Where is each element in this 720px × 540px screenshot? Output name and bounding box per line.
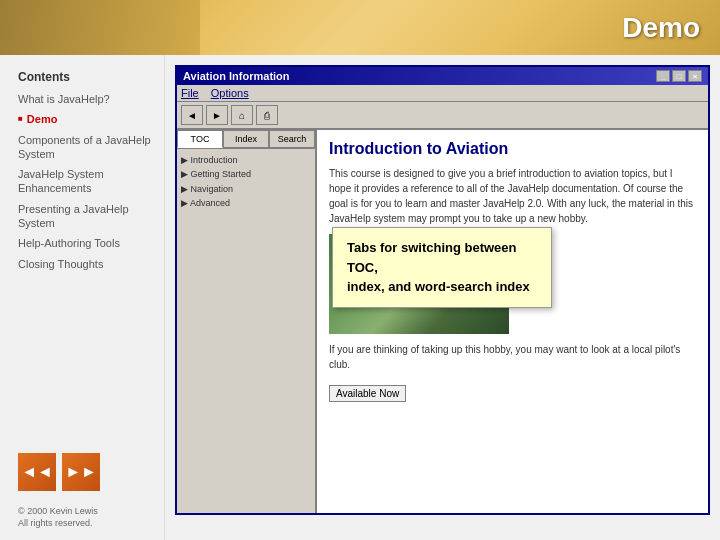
jh-window-title: Aviation Information: [183, 70, 290, 82]
main-layout: Contents What is JavaHelp? Demo Componen…: [0, 55, 720, 540]
toolbar-back-button[interactable]: ◄: [181, 105, 203, 125]
jh-tab-search[interactable]: Search: [269, 130, 315, 148]
copyright: © 2000 Kevin Lewis All rights reserved.: [18, 505, 154, 530]
jh-nav-panel: TOC Index Search ▶ Introduction ▶ Gettin…: [177, 130, 317, 513]
sidebar-item-demo[interactable]: Demo: [18, 112, 154, 126]
menu-options[interactable]: Options: [211, 87, 249, 99]
sidebar-item-closing[interactable]: Closing Thoughts: [18, 257, 154, 271]
header-banner: Demo: [0, 0, 720, 55]
nav-back-button[interactable]: ◄◄: [18, 453, 56, 491]
jh-close-button[interactable]: ×: [688, 70, 702, 82]
tooltip-overlay: Tabs for switching between TOC,index, an…: [332, 227, 552, 308]
nav-forward-button[interactable]: ►►: [62, 453, 100, 491]
jh-maximize-button[interactable]: □: [672, 70, 686, 82]
jh-tab-toc[interactable]: TOC: [177, 130, 223, 148]
toolbar-print-button[interactable]: ⎙: [256, 105, 278, 125]
sidebar-section-title: Contents: [18, 70, 154, 84]
jh-nav-content: ▶ Introduction ▶ Getting Started ▶ Navig…: [177, 149, 315, 513]
jh-content-text-1: This course is designed to give you a br…: [329, 166, 696, 226]
jh-body: TOC Index Search ▶ Introduction ▶ Gettin…: [177, 130, 708, 513]
jh-menubar: File Options: [177, 85, 708, 102]
menu-file[interactable]: File: [181, 87, 199, 99]
jh-minimize-button[interactable]: _: [656, 70, 670, 82]
jh-titlebar: Aviation Information _ □ ×: [177, 67, 708, 85]
sidebar-item-what-is-javahelp[interactable]: What is JavaHelp?: [18, 92, 154, 106]
content-area: Aviation Information _ □ × File Options …: [165, 55, 720, 540]
jh-content-panel: Introduction to Aviation This course is …: [317, 130, 708, 513]
javahelp-window: Aviation Information _ □ × File Options …: [175, 65, 710, 515]
jh-content-title: Introduction to Aviation: [329, 140, 696, 158]
sidebar-item-presenting[interactable]: Presenting a JavaHelp System: [18, 202, 154, 231]
page-title: Demo: [622, 12, 700, 44]
sidebar-item-components[interactable]: Components of a JavaHelp System: [18, 133, 154, 162]
jh-nav-tabs: TOC Index Search: [177, 130, 315, 149]
sidebar-item-enhancements[interactable]: JavaHelp System Enhancements: [18, 167, 154, 196]
sidebar-nav-buttons: ◄◄ ►►: [18, 453, 154, 501]
sidebar-item-help-authoring[interactable]: Help-Authoring Tools: [18, 236, 154, 250]
toolbar-forward-button[interactable]: ►: [206, 105, 228, 125]
sidebar: Contents What is JavaHelp? Demo Componen…: [0, 55, 165, 540]
tooltip-text: Tabs for switching between TOC,index, an…: [347, 240, 530, 294]
toolbar-home-button[interactable]: ⌂: [231, 105, 253, 125]
jh-toolbar: ◄ ► ⌂ ⎙: [177, 102, 708, 130]
jh-content-text-2: If you are thinking of taking up this ho…: [329, 342, 696, 372]
jh-tab-index[interactable]: Index: [223, 130, 269, 148]
jh-titlebar-buttons: _ □ ×: [656, 70, 702, 82]
jh-available-now-badge[interactable]: Available Now: [329, 385, 406, 402]
